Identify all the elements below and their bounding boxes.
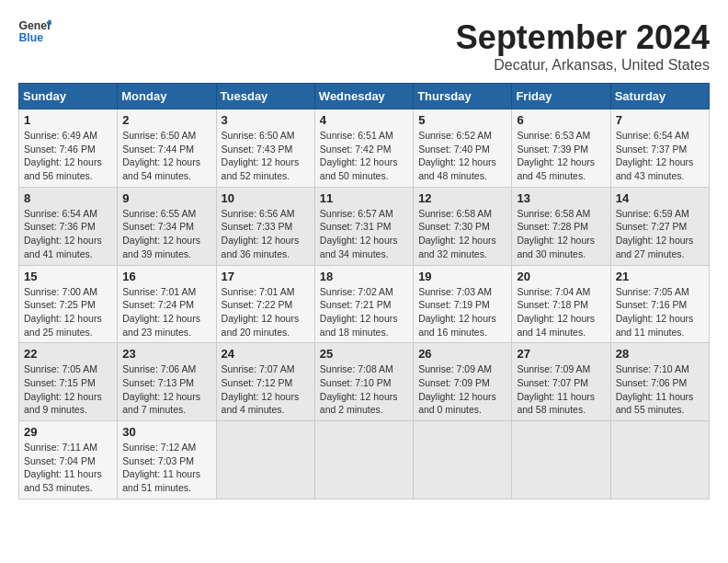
day-cell: 16Sunrise: 7:01 AM Sunset: 7:24 PM Dayli… [118, 265, 216, 343]
day-cell: 17Sunrise: 7:01 AM Sunset: 7:22 PM Dayli… [216, 265, 314, 343]
calendar-table: SundayMondayTuesdayWednesdayThursdayFrid… [18, 83, 710, 500]
day-cell: 26Sunrise: 7:09 AM Sunset: 7:09 PM Dayli… [414, 343, 512, 421]
day-cell: 3Sunrise: 6:50 AM Sunset: 7:43 PM Daylig… [216, 109, 314, 188]
empty-day-cell [414, 421, 512, 500]
day-info: Sunrise: 7:04 AM Sunset: 7:18 PM Dayligh… [517, 285, 605, 339]
day-info: Sunrise: 7:12 AM Sunset: 7:03 PM Dayligh… [122, 441, 210, 495]
day-number: 6 [517, 113, 605, 127]
weekday-header-monday: Monday [118, 84, 216, 109]
empty-day-cell [314, 421, 413, 500]
day-number: 18 [320, 270, 408, 283]
day-cell: 24Sunrise: 7:07 AM Sunset: 7:12 PM Dayli… [216, 343, 314, 421]
day-cell: 1Sunrise: 6:49 AM Sunset: 7:46 PM Daylig… [19, 109, 118, 188]
day-info: Sunrise: 7:05 AM Sunset: 7:16 PM Dayligh… [616, 285, 704, 339]
day-number: 21 [616, 270, 704, 283]
day-info: Sunrise: 7:09 AM Sunset: 7:09 PM Dayligh… [418, 362, 506, 417]
day-info: Sunrise: 6:59 AM Sunset: 7:27 PM Dayligh… [616, 207, 704, 261]
weekday-header-tuesday: Tuesday [216, 84, 314, 109]
day-info: Sunrise: 7:06 AM Sunset: 7:13 PM Dayligh… [122, 362, 210, 417]
day-info: Sunrise: 7:11 AM Sunset: 7:04 PM Dayligh… [24, 441, 112, 495]
day-cell: 22Sunrise: 7:05 AM Sunset: 7:15 PM Dayli… [19, 343, 118, 421]
day-cell: 2Sunrise: 6:50 AM Sunset: 7:44 PM Daylig… [118, 109, 216, 188]
calendar-week-row: 15Sunrise: 7:00 AM Sunset: 7:25 PM Dayli… [19, 265, 710, 343]
day-number: 17 [222, 270, 310, 283]
empty-day-cell [512, 421, 610, 500]
page-title: September 2024 [456, 18, 710, 57]
day-number: 19 [418, 270, 506, 283]
weekday-header-friday: Friday [512, 84, 610, 109]
day-number: 29 [24, 425, 112, 439]
day-cell: 19Sunrise: 7:03 AM Sunset: 7:19 PM Dayli… [414, 265, 512, 343]
empty-day-cell [216, 421, 314, 500]
day-number: 27 [517, 347, 605, 361]
day-cell: 11Sunrise: 6:57 AM Sunset: 7:31 PM Dayli… [314, 187, 413, 265]
day-info: Sunrise: 6:58 AM Sunset: 7:30 PM Dayligh… [418, 207, 506, 261]
svg-text:Blue: Blue [19, 31, 44, 44]
day-number: 11 [320, 191, 408, 205]
day-cell: 30Sunrise: 7:12 AM Sunset: 7:03 PM Dayli… [118, 421, 216, 500]
day-number: 15 [24, 270, 112, 283]
day-info: Sunrise: 6:57 AM Sunset: 7:31 PM Dayligh… [320, 207, 408, 261]
day-info: Sunrise: 6:53 AM Sunset: 7:39 PM Dayligh… [517, 129, 605, 183]
day-cell: 13Sunrise: 6:58 AM Sunset: 7:28 PM Dayli… [512, 187, 610, 265]
day-info: Sunrise: 7:08 AM Sunset: 7:10 PM Dayligh… [320, 362, 408, 417]
day-cell: 4Sunrise: 6:51 AM Sunset: 7:42 PM Daylig… [314, 109, 413, 188]
day-info: Sunrise: 7:01 AM Sunset: 7:22 PM Dayligh… [222, 285, 310, 339]
day-info: Sunrise: 6:50 AM Sunset: 7:44 PM Dayligh… [122, 129, 210, 183]
day-cell: 29Sunrise: 7:11 AM Sunset: 7:04 PM Dayli… [19, 421, 118, 500]
day-info: Sunrise: 7:02 AM Sunset: 7:21 PM Dayligh… [320, 285, 408, 339]
day-number: 2 [122, 113, 210, 127]
day-number: 1 [24, 113, 112, 127]
day-number: 14 [616, 191, 704, 205]
day-info: Sunrise: 7:05 AM Sunset: 7:15 PM Dayligh… [24, 362, 112, 417]
day-cell: 25Sunrise: 7:08 AM Sunset: 7:10 PM Dayli… [314, 343, 413, 421]
empty-day-cell [610, 421, 709, 500]
weekday-header-thursday: Thursday [414, 84, 512, 109]
day-cell: 8Sunrise: 6:54 AM Sunset: 7:36 PM Daylig… [19, 187, 118, 265]
day-number: 24 [222, 347, 310, 361]
day-info: Sunrise: 7:09 AM Sunset: 7:07 PM Dayligh… [517, 362, 605, 417]
day-info: Sunrise: 6:50 AM Sunset: 7:43 PM Dayligh… [222, 129, 310, 183]
day-number: 13 [517, 191, 605, 205]
day-info: Sunrise: 6:58 AM Sunset: 7:28 PM Dayligh… [517, 207, 605, 261]
day-info: Sunrise: 6:54 AM Sunset: 7:36 PM Dayligh… [24, 207, 112, 261]
day-cell: 18Sunrise: 7:02 AM Sunset: 7:21 PM Dayli… [314, 265, 413, 343]
page-subtitle: Decatur, Arkansas, United States [456, 57, 710, 74]
day-number: 12 [418, 191, 506, 205]
day-number: 22 [24, 347, 112, 361]
day-info: Sunrise: 7:10 AM Sunset: 7:06 PM Dayligh… [616, 362, 704, 417]
day-cell: 14Sunrise: 6:59 AM Sunset: 7:27 PM Dayli… [610, 187, 709, 265]
day-info: Sunrise: 6:55 AM Sunset: 7:34 PM Dayligh… [122, 207, 210, 261]
day-cell: 27Sunrise: 7:09 AM Sunset: 7:07 PM Dayli… [512, 343, 610, 421]
weekday-header-wednesday: Wednesday [314, 84, 413, 109]
day-cell: 10Sunrise: 6:56 AM Sunset: 7:33 PM Dayli… [216, 187, 314, 265]
day-number: 23 [122, 347, 210, 361]
calendar-week-row: 29Sunrise: 7:11 AM Sunset: 7:04 PM Dayli… [19, 421, 710, 500]
logo-image: General Blue [18, 18, 51, 44]
day-cell: 5Sunrise: 6:52 AM Sunset: 7:40 PM Daylig… [414, 109, 512, 188]
day-cell: 28Sunrise: 7:10 AM Sunset: 7:06 PM Dayli… [610, 343, 709, 421]
day-cell: 20Sunrise: 7:04 AM Sunset: 7:18 PM Dayli… [512, 265, 610, 343]
day-cell: 9Sunrise: 6:55 AM Sunset: 7:34 PM Daylig… [118, 187, 216, 265]
day-info: Sunrise: 6:54 AM Sunset: 7:37 PM Dayligh… [616, 129, 704, 183]
calendar-week-row: 1Sunrise: 6:49 AM Sunset: 7:46 PM Daylig… [19, 109, 710, 188]
calendar-week-row: 22Sunrise: 7:05 AM Sunset: 7:15 PM Dayli… [19, 343, 710, 421]
day-number: 25 [320, 347, 408, 361]
day-info: Sunrise: 7:07 AM Sunset: 7:12 PM Dayligh… [222, 362, 310, 417]
page-header: General Blue September 2024 Decatur, Ark… [18, 18, 710, 74]
day-number: 5 [418, 113, 506, 127]
day-cell: 12Sunrise: 6:58 AM Sunset: 7:30 PM Dayli… [414, 187, 512, 265]
day-number: 10 [222, 191, 310, 205]
day-number: 4 [320, 113, 408, 127]
weekday-header-sunday: Sunday [19, 84, 118, 109]
day-number: 28 [616, 347, 704, 361]
day-info: Sunrise: 7:01 AM Sunset: 7:24 PM Dayligh… [122, 285, 210, 339]
day-info: Sunrise: 6:49 AM Sunset: 7:46 PM Dayligh… [24, 129, 112, 183]
day-number: 3 [222, 113, 310, 127]
weekday-header-saturday: Saturday [610, 84, 709, 109]
logo: General Blue [18, 18, 51, 44]
day-number: 8 [24, 191, 112, 205]
calendar-week-row: 8Sunrise: 6:54 AM Sunset: 7:36 PM Daylig… [19, 187, 710, 265]
day-number: 30 [122, 425, 210, 439]
day-number: 20 [517, 270, 605, 283]
